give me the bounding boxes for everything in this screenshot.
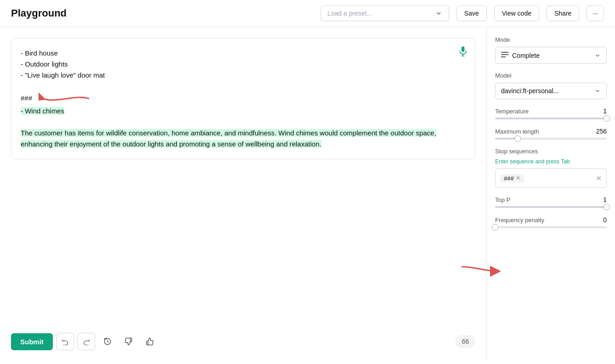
top-p-row: Top P 1 (495, 196, 607, 203)
top-p-value: 1 (603, 196, 607, 203)
sidebar: Mode Complete Model davinci:ft-personal.… (486, 27, 615, 361)
mode-list-icon (501, 51, 508, 59)
editor-line-3: - "Live laugh love" door mat (21, 70, 466, 81)
model-dropdown[interactable]: davinci:ft-personal... (495, 83, 607, 99)
stop-tag-text: ### (504, 175, 514, 182)
wind-chimes-text: - Wind chimes (21, 107, 64, 115)
model-label: Model (495, 72, 607, 79)
editor-line-2: - Outdoor lights (21, 59, 466, 70)
token-count: 66 (455, 335, 475, 348)
max-length-section: Maximum length 256 (495, 128, 607, 140)
redo-button[interactable] (78, 333, 95, 350)
stop-sequences-tags: ### ✕ (500, 174, 524, 183)
mode-label: Mode (495, 36, 607, 43)
editor-box[interactable]: - Bird house - Outdoor lights - "Live la… (11, 38, 475, 159)
history-button[interactable] (99, 333, 116, 350)
stop-tag-remove[interactable]: ✕ (516, 175, 520, 181)
max-length-slider[interactable] (495, 138, 607, 140)
temperature-section: Temperature 1 (495, 107, 607, 119)
freq-penalty-row: Frequency penalty 0 (495, 216, 607, 224)
stop-sequences-box[interactable]: ### ✕ ✕ (495, 168, 607, 188)
undo-icon (62, 338, 69, 345)
model-value: davinci:ft-personal... (501, 87, 559, 95)
svg-rect-0 (462, 46, 465, 52)
hash-line: ### (21, 92, 94, 106)
more-button[interactable]: ··· (587, 6, 604, 21)
temperature-value: 1 (603, 107, 607, 115)
hash-text: ### (21, 94, 32, 102)
redo-icon (83, 338, 90, 345)
undo-button[interactable] (56, 333, 74, 350)
temperature-row: Temperature 1 (495, 107, 607, 115)
header: Playground Load a preset... Save View co… (0, 0, 615, 27)
top-p-label: Top P (495, 196, 510, 203)
max-length-row: Maximum length 256 (495, 128, 607, 135)
temperature-slider[interactable] (495, 118, 607, 119)
editor-wrapper: - Bird house - Outdoor lights - "Live la… (11, 38, 475, 326)
mode-value: Complete (512, 52, 540, 59)
thumbs-up-button[interactable] (141, 333, 158, 350)
thumbs-down-icon (124, 337, 133, 346)
hash-arrow (39, 92, 94, 106)
microphone-icon[interactable] (458, 46, 468, 61)
highlighted-paragraph: The customer has items for wildlife cons… (21, 128, 466, 150)
stop-sequences-section: Stop sequences Enter sequence and press … (495, 148, 607, 188)
stop-sequences-hint: Enter sequence and press Tab (495, 158, 607, 165)
mode-dropdown[interactable]: Complete (495, 47, 607, 64)
model-section: Model davinci:ft-personal... (495, 72, 607, 99)
max-length-label: Maximum length (495, 128, 539, 135)
history-icon (103, 337, 112, 346)
stop-seq-arrow (462, 267, 485, 290)
highlighted-item: - Wind chimes (21, 106, 466, 117)
temperature-label: Temperature (495, 108, 529, 115)
top-p-section: Top P 1 (495, 196, 607, 208)
more-icon: ··· (592, 10, 598, 17)
paragraph-text: The customer has items for wildlife cons… (21, 129, 436, 148)
top-p-slider[interactable] (495, 206, 607, 208)
editor-line-1: - Bird house (21, 48, 466, 59)
mode-chevron-icon (594, 52, 601, 59)
submit-button[interactable]: Submit (11, 333, 53, 350)
model-chevron-icon (594, 88, 601, 94)
chevron-down-icon (435, 10, 442, 17)
stop-sequences-clear[interactable]: ✕ (596, 174, 602, 183)
stop-sequences-label: Stop sequences (495, 148, 607, 155)
freq-penalty-value: 0 (603, 216, 607, 224)
freq-penalty-slider[interactable] (495, 226, 607, 228)
share-button[interactable]: Share (547, 6, 579, 21)
editor-toolbar: Submit 66 (11, 333, 475, 350)
stop-tag-hash: ### ✕ (500, 174, 524, 183)
freq-penalty-label: Frequency penalty (495, 217, 544, 224)
freq-penalty-section: Frequency penalty 0 (495, 216, 607, 228)
save-button[interactable]: Save (457, 6, 487, 21)
thumbs-down-button[interactable] (120, 333, 137, 350)
preset-placeholder: Load a preset... (327, 10, 431, 17)
view-code-button[interactable]: View code (494, 6, 539, 21)
editor-area: - Bird house - Outdoor lights - "Live la… (0, 27, 486, 361)
main-layout: - Bird house - Outdoor lights - "Live la… (0, 27, 615, 361)
page-title: Playground (11, 7, 67, 19)
mode-section: Mode Complete (495, 36, 607, 64)
max-length-value: 256 (596, 128, 607, 135)
load-preset-dropdown[interactable]: Load a preset... (321, 6, 449, 21)
thumbs-up-icon (146, 337, 154, 346)
mode-dropdown-left: Complete (501, 51, 540, 59)
